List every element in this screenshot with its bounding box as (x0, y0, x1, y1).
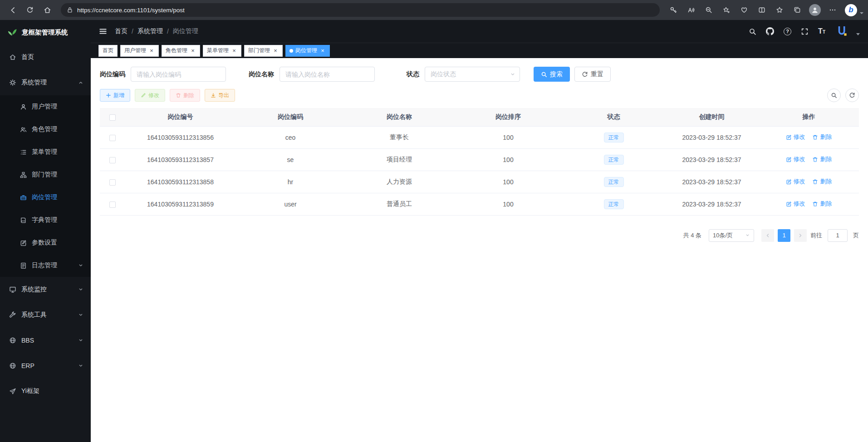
sidebar-item-erp[interactable]: ERP (0, 353, 91, 378)
sidebar-item-system-management[interactable]: 系统管理 (0, 70, 91, 95)
header-search-icon[interactable] (749, 28, 756, 35)
github-icon[interactable] (766, 27, 774, 35)
sidebar-item-system-monitoring[interactable]: 系统监控 (0, 277, 91, 302)
post-code-input[interactable] (131, 67, 226, 82)
profile-avatar[interactable] (809, 4, 821, 16)
row-delete-link[interactable]: 删除 (812, 155, 832, 163)
row-edit-link[interactable]: 修改 (786, 177, 805, 186)
tab-department-management[interactable]: 部门管理 × (244, 45, 283, 57)
delete-button[interactable]: 删除 (170, 89, 200, 102)
prev-page-button[interactable] (761, 229, 774, 242)
monitor-icon (9, 286, 16, 293)
tab-close-icon[interactable]: × (272, 48, 279, 54)
sidebar-item-yi-framework[interactable]: Yi框架 (0, 378, 91, 404)
tab-home[interactable]: 首页 (98, 45, 118, 57)
sidebar-item-menu-management[interactable]: 菜单管理 (0, 141, 91, 163)
collections-icon[interactable] (789, 2, 805, 18)
edit-button[interactable]: 修改 (135, 89, 165, 102)
more-options-icon[interactable] (824, 2, 841, 18)
browser-home-button[interactable] (39, 2, 55, 18)
breadcrumb-home[interactable]: 首页 (115, 27, 128, 35)
sidebar-item-system-tools[interactable]: 系统工具 (0, 302, 91, 328)
sidebar-item-home[interactable]: 首页 (0, 44, 91, 70)
row-checkbox[interactable] (109, 179, 116, 186)
sidebar-item-user-management[interactable]: 用户管理 (0, 95, 91, 118)
browser-refresh-button[interactable] (22, 2, 38, 18)
row-checkbox[interactable] (109, 135, 116, 141)
font-size-icon[interactable]: TT (818, 28, 825, 35)
sidebar-toggle-button[interactable] (99, 27, 107, 35)
help-icon[interactable]: ? (784, 28, 791, 35)
favorites-add-icon[interactable] (718, 2, 735, 18)
menu-label: Yi框架 (21, 387, 39, 395)
avatar-caret-icon[interactable] (856, 33, 860, 35)
sidebar-item-dictionary-management[interactable]: 字典管理 (0, 209, 91, 231)
chevron-up-icon (78, 80, 83, 85)
tab-close-icon[interactable]: × (319, 48, 326, 54)
row-edit-link[interactable]: 修改 (786, 200, 805, 208)
browser-essentials-icon[interactable] (736, 2, 752, 18)
search-icon (831, 92, 837, 98)
status-select[interactable]: 岗位状态 (425, 67, 520, 82)
post-code-label: 岗位编码 (100, 70, 125, 79)
document-icon (20, 262, 27, 269)
menu-label: 参数设置 (32, 239, 57, 247)
password-key-icon[interactable] (665, 2, 682, 18)
toggle-search-button[interactable] (827, 88, 841, 102)
tab-role-management[interactable]: 角色管理 × (162, 45, 200, 57)
select-all-checkbox[interactable] (109, 114, 116, 121)
read-aloud-icon[interactable] (683, 2, 699, 18)
edit-square-icon (20, 240, 27, 246)
row-delete-link[interactable]: 删除 (812, 133, 832, 141)
row-delete-link[interactable]: 删除 (812, 200, 832, 208)
split-screen-icon[interactable] (754, 2, 770, 18)
add-button[interactable]: 新增 (100, 89, 130, 102)
tab-user-management[interactable]: 用户管理 × (120, 45, 159, 57)
row-edit-link[interactable]: 修改 (786, 155, 805, 163)
table-header-row: 岗位编号 岗位编码 岗位名称 岗位排序 状态 创建时间 操作 (100, 108, 859, 126)
reset-button[interactable]: 重置 (574, 67, 611, 82)
sidebar-item-role-management[interactable]: 角色管理 (0, 118, 91, 141)
bing-caret-icon[interactable] (860, 12, 863, 14)
address-bar[interactable]: https://ccnetcore.com:1101/system/post (61, 3, 660, 17)
export-button[interactable]: 导出 (205, 89, 235, 102)
sidebar-item-department-management[interactable]: 部门管理 (0, 163, 91, 186)
refresh-table-button[interactable] (845, 88, 859, 102)
cell-post-id: 1641030593112313859 (125, 193, 236, 215)
breadcrumb-system-management[interactable]: 系统管理 (137, 27, 163, 35)
tab-post-management[interactable]: 岗位管理 × (285, 45, 330, 57)
fullscreen-icon[interactable] (801, 28, 809, 35)
tab-close-icon[interactable]: × (148, 48, 155, 54)
cell-post-name: 项目经理 (345, 148, 454, 171)
row-checkbox[interactable] (109, 157, 116, 163)
sidebar-item-parameter-settings[interactable]: 参数设置 (0, 231, 91, 254)
tab-label: 岗位管理 (295, 47, 317, 54)
next-page-button[interactable] (794, 229, 807, 242)
sidebar-item-log-management[interactable]: 日志管理 (0, 254, 91, 277)
tab-close-icon[interactable]: × (190, 48, 196, 54)
back-button[interactable] (5, 2, 21, 18)
page-number-button[interactable]: 1 (778, 229, 790, 242)
post-name-input[interactable] (280, 67, 375, 82)
sidebar-item-bbs[interactable]: BBS (0, 328, 91, 353)
breadcrumb-separator: / (167, 28, 169, 35)
row-edit-link[interactable]: 修改 (786, 133, 805, 141)
cell-created-time: 2023-03-29 18:52:37 (665, 171, 759, 193)
favorites-bar-icon[interactable] (771, 2, 788, 18)
app-logo[interactable]: 意框架管理系统 (0, 20, 91, 44)
bing-glyph: b (848, 5, 853, 15)
tab-close-icon[interactable]: × (231, 48, 237, 54)
goto-page-input[interactable] (828, 229, 848, 242)
page-size-select[interactable]: 10条/页 (709, 229, 754, 242)
zoom-icon[interactable] (701, 2, 717, 18)
trash-icon (812, 179, 818, 185)
bing-icon[interactable]: b (845, 4, 857, 16)
row-checkbox[interactable] (109, 201, 116, 208)
row-delete-link[interactable]: 删除 (812, 177, 832, 186)
search-button[interactable]: 搜索 (534, 67, 570, 82)
user-avatar-logo[interactable] (835, 25, 849, 38)
tab-menu-management[interactable]: 菜单管理 × (203, 45, 241, 57)
status-label: 状态 (407, 70, 419, 79)
cell-post-name: 董事长 (345, 126, 454, 148)
sidebar-item-post-management[interactable]: 岗位管理 (0, 186, 91, 209)
